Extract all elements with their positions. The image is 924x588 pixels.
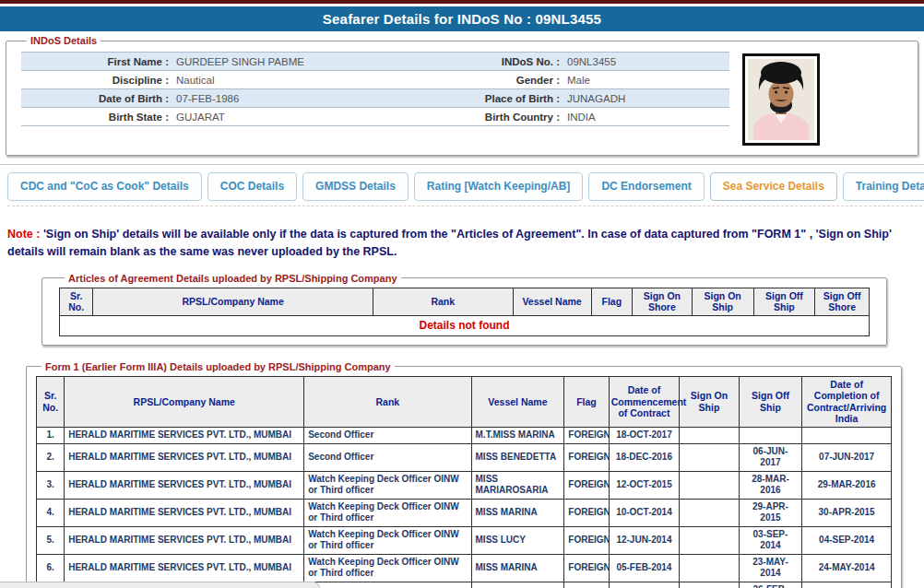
table-row: 4.HERALD MARITIME SERVICES PVT. LTD., MU… (37, 499, 892, 526)
articles-of-agreement-fieldset: Articles of Agreement Details uploaded b… (41, 273, 887, 346)
column-header: Sr. No. (37, 376, 65, 427)
table-cell: HERALD MARITIME SERVICES PVT. LTD., MUMB… (65, 428, 304, 444)
table-row: 5.HERALD MARITIME SERVICES PVT. LTD., MU… (37, 526, 892, 554)
table-row: 3.HERALD MARITIME SERVICES PVT. LTD., MU… (37, 471, 892, 499)
table-cell: 10-OCT-2014 (609, 499, 680, 526)
articles-header-row: Sr. No.RPSL/Company NameRankVessel NameF… (60, 288, 870, 315)
column-header: Date of Completion of Contract/Arriving … (802, 376, 892, 427)
table-cell: 28-MAR- 2016 (739, 471, 802, 499)
column-header: Vessel Name (471, 376, 564, 427)
field-row: Discipline :NauticalGender :Male (21, 71, 729, 89)
field-value: 09NL3455 (565, 56, 729, 67)
tab-gmdss-details[interactable]: GMDSS Details (302, 172, 409, 201)
table-cell: 06-JUN-2017 (739, 443, 802, 471)
field-label: Discipline : (21, 75, 174, 86)
column-header: Sign Off Shore (815, 288, 870, 315)
table-cell: 29-MAR-2016 (802, 471, 892, 499)
table-cell: 29-APR-2015 (739, 499, 802, 526)
table-cell: FOREIGN (564, 582, 609, 588)
table-cell: 1. (37, 428, 65, 444)
note-text: Note : 'Sign on Ship' details will be av… (7, 226, 917, 261)
seafarer-photo (742, 53, 820, 146)
table-cell (680, 428, 739, 444)
table-cell: 27-FEB-2013 (802, 582, 892, 588)
tab-rating-watch-keeping-ab[interactable]: Rating [Watch Keeping/AB] (414, 172, 584, 201)
tab-sea-service-details[interactable]: Sea Service Details (710, 172, 837, 201)
table-cell: 18-DEC-2016 (609, 443, 680, 471)
tab-training-details[interactable]: Training Details (843, 172, 924, 201)
indos-details-legend: INDoS Details (27, 35, 101, 46)
horizontal-scrollbar[interactable] (0, 582, 320, 588)
table-cell: 03-SEP-2014 (739, 526, 802, 554)
field-value: Nautical (174, 75, 451, 86)
table-cell: 05-FEB-2014 (609, 554, 680, 582)
column-header: Sign On Shore (633, 288, 693, 315)
section-divider (0, 164, 924, 165)
field-label: Gender : (451, 75, 565, 86)
table-cell (680, 554, 739, 582)
page-title: Seafarer Details for INDoS No : 09NL3455 (323, 11, 601, 27)
column-header: Sign Off Ship (739, 376, 802, 427)
table-cell: 3. (37, 471, 65, 499)
table-cell: HERALD MARITIME SERVICES PVT. LTD., MUMB… (65, 443, 304, 471)
tab-cdc-and-coc-as-cook-details[interactable]: CDC and "CoC as Cook" Details (7, 172, 202, 201)
table-row: 2.HERALD MARITIME SERVICES PVT. LTD., MU… (37, 443, 892, 471)
form1-legend: Form 1 (Earlier Form IIIA) Details uploa… (41, 361, 395, 372)
field-label: Birth Country : (451, 112, 565, 123)
table-cell: 18-OCT-2017 (609, 428, 680, 444)
title-bar: Seafarer Details for INDoS No : 09NL3455 (0, 6, 924, 31)
form1-table: Sr. No.RPSL/Company NameRankVessel NameF… (36, 376, 892, 588)
empty-row: Details not found (60, 315, 870, 335)
table-cell (739, 428, 802, 444)
field-label: Birth State : (21, 112, 174, 123)
form1-header-row: Sr. No.RPSL/Company NameRankVessel NameF… (37, 376, 892, 427)
table-cell: 24-MAY-2014 (802, 554, 892, 582)
table-cell: 07-JUN-2017 (802, 443, 892, 471)
table-cell: HERALD MARITIME SERVICES PVT. LTD., MUMB… (65, 526, 304, 554)
field-value: GURDEEP SINGH PABME (174, 56, 451, 67)
table-cell (680, 582, 739, 588)
table-cell: HERALD MARITIME SERVICES PVT. LTD., MUMB… (65, 499, 304, 526)
articles-legend: Articles of Agreement Details uploaded b… (65, 273, 401, 284)
column-header: Sign Off Ship (753, 288, 815, 315)
field-value: JUNAGADH (565, 93, 729, 104)
field-value: 07-FEB-1986 (174, 93, 451, 104)
field-label: Date of Birth : (21, 93, 174, 104)
top-maroon-bar (0, 0, 924, 4)
tab-dc-endorsement[interactable]: DC Endorsement (588, 172, 704, 201)
table-cell: Second Officer (304, 428, 471, 444)
table-cell: Watch Keeping Deck Officer OINW or Third… (304, 499, 471, 526)
table-cell: 04-SEP-2014 (802, 526, 892, 554)
column-header: Date of Commencement of Contract (609, 376, 680, 427)
field-value: Male (565, 75, 729, 86)
field-row: Birth State :GUJARATBirth Country :INDIA (21, 108, 729, 126)
details-not-found-message: Details not found (60, 315, 870, 335)
table-cell: 30-APR-2015 (802, 499, 892, 526)
indos-field-grid: First Name :GURDEEP SINGH PABMEINDoS No.… (21, 52, 729, 126)
table-cell: MISS MARINA (471, 499, 564, 526)
table-row: 6.HERALD MARITIME SERVICES PVT. LTD., MU… (37, 554, 892, 582)
column-header: Sign On Ship (692, 288, 753, 315)
field-label: INDoS No. : (451, 56, 565, 67)
tab-coc-details[interactable]: COC Details (207, 172, 297, 201)
table-cell: HERALD MARITIME SERVICES PVT. LTD., MUMB… (65, 554, 304, 582)
table-cell: 02-JUL-2012 (609, 582, 680, 588)
column-header: Flag (564, 376, 609, 427)
table-cell: MISS BENEDETTA (471, 443, 564, 471)
table-cell (680, 526, 739, 554)
table-cell: Cadet(Nautical Science) (304, 582, 471, 588)
table-cell: Second Officer (304, 443, 471, 471)
table-cell (802, 428, 892, 444)
table-cell: MISS MARIAROSARIA (471, 471, 564, 499)
tab-strip: CDC and "CoC as Cook" DetailsCOC Details… (7, 172, 922, 206)
column-header: Sr. No. (60, 288, 93, 315)
column-header: Vessel Name (513, 288, 591, 315)
field-value: GUJARAT (174, 112, 451, 123)
table-cell: MISS MARINA (471, 554, 564, 582)
column-header: Sign On Ship (680, 376, 739, 427)
table-cell: FOREIGN (564, 471, 609, 499)
field-label: Place of Birth : (451, 93, 565, 104)
column-header: RPSL/Company Name (93, 288, 373, 315)
table-cell: HERALD MARITIME SERVICES PVT. LTD., MUMB… (65, 471, 304, 499)
articles-table: Sr. No.RPSL/Company NameRankVessel NameF… (59, 288, 870, 336)
